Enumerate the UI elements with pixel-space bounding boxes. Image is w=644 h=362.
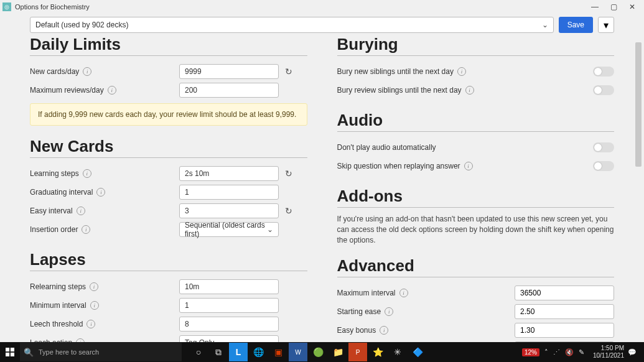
search-placeholder: Type here to search: [39, 348, 99, 356]
insertion-order-label: Insertion order: [30, 225, 78, 234]
system-tray: 12% ˄ ⋰ 🔇 ✎: [517, 348, 589, 356]
addons-heading: Add-ons: [337, 187, 615, 208]
more-button[interactable]: ▾: [598, 17, 614, 33]
taskbar-apps: ○ ⧉ L 🌐 ▣ W 🟢 📁 P ⭐ ✳ 🔷: [189, 343, 427, 361]
battery-text: 12%: [525, 349, 537, 356]
anki-icon[interactable]: ⭐: [368, 343, 387, 361]
volume-icon[interactable]: 🔇: [565, 348, 574, 356]
info-icon[interactable]: i: [83, 169, 91, 178]
taskbar-clock[interactable]: 1:50 PM 10/11/2021: [589, 345, 628, 360]
chevron-down-icon: ⌄: [542, 21, 548, 29]
skip-q-toggle[interactable]: [593, 161, 614, 171]
word-icon[interactable]: W: [289, 343, 307, 361]
max-reviews-input[interactable]: [179, 83, 279, 98]
cortana-icon[interactable]: ○: [189, 343, 208, 361]
easy-bonus-label: Easy bonus: [337, 326, 376, 335]
info-icon[interactable]: i: [108, 86, 116, 95]
dont-play-label: Don't play audio automatically: [337, 143, 436, 152]
app-icon: ◎: [2, 2, 11, 11]
info-icon[interactable]: i: [86, 320, 95, 328]
min-interval-label: Minimum interval: [30, 301, 86, 310]
burying-heading: Burying: [337, 36, 615, 56]
svg-rect-0: [6, 348, 9, 351]
edge-icon[interactable]: 🌐: [249, 343, 268, 361]
easy-bonus-input[interactable]: [515, 323, 614, 338]
reset-icon[interactable]: ↻: [282, 167, 295, 180]
info-icon[interactable]: i: [90, 301, 99, 310]
app-misc-icon[interactable]: 🔷: [408, 343, 427, 361]
easy-interval-input[interactable]: [179, 203, 279, 218]
new-cards-heading: New Cards: [30, 137, 307, 158]
reset-icon[interactable]: ↻: [282, 65, 295, 78]
info-icon[interactable]: i: [380, 326, 388, 335]
windows-icon: [6, 348, 14, 356]
audio-heading: Audio: [337, 111, 615, 132]
graduating-label: Graduating interval: [30, 188, 93, 197]
graduating-input[interactable]: [179, 185, 279, 200]
taskbar: 🔍 Type here to search ○ ⧉ L 🌐 ▣ W 🟢 📁 P …: [0, 342, 644, 362]
preset-select-label: Default (used by 902 decks): [35, 21, 128, 29]
svg-rect-1: [11, 348, 14, 351]
pen-icon[interactable]: ✎: [579, 348, 584, 356]
info-icon[interactable]: i: [96, 188, 105, 197]
taskbar-search[interactable]: 🔍 Type here to search: [20, 343, 182, 361]
new-cards-input[interactable]: [179, 64, 279, 79]
app-star-icon[interactable]: ✳: [388, 343, 407, 361]
min-interval-input[interactable]: [179, 298, 279, 313]
bury-review-label: Bury review siblings until the next day: [337, 86, 462, 95]
leech-thresh-label: Leech threshold: [30, 320, 83, 328]
info-icon[interactable]: i: [385, 307, 393, 316]
info-icon[interactable]: i: [464, 162, 473, 170]
chevron-down-icon: ⌄: [267, 225, 273, 234]
app-l-icon[interactable]: L: [229, 343, 248, 361]
info-icon[interactable]: i: [457, 67, 466, 76]
new-cards-label: New cards/day: [30, 67, 79, 76]
preset-select[interactable]: Default (used by 902 decks) ⌄: [30, 17, 554, 33]
relearning-input[interactable]: [179, 279, 279, 294]
explorer-icon[interactable]: 📁: [329, 343, 347, 361]
reset-icon[interactable]: ↻: [282, 205, 295, 217]
bury-new-toggle[interactable]: [593, 67, 614, 77]
new-cards-row: New cards/dayi ↻: [30, 62, 307, 81]
minimize-button[interactable]: —: [586, 1, 604, 13]
tray-chevron-icon[interactable]: ˄: [544, 348, 548, 356]
bury-review-toggle[interactable]: [593, 85, 614, 95]
task-view-icon[interactable]: ⧉: [209, 343, 228, 361]
info-icon[interactable]: i: [399, 289, 408, 297]
advanced-heading: Advanced: [337, 256, 615, 277]
starting-ease-input[interactable]: [515, 304, 614, 319]
starting-ease-label: Starting ease: [337, 307, 381, 316]
toolbar: Default (used by 902 decks) ⌄ Save ▾: [0, 14, 644, 36]
info-icon[interactable]: i: [90, 282, 98, 291]
scrollbar[interactable]: [634, 37, 643, 341]
info-icon[interactable]: i: [465, 86, 474, 95]
addons-note: If you're using an add-on that hasn't be…: [337, 214, 615, 245]
right-column: Burying Bury new siblings until the next…: [337, 36, 615, 342]
max-interval-input[interactable]: [515, 285, 614, 300]
close-button[interactable]: ✕: [623, 1, 642, 13]
info-icon[interactable]: i: [82, 225, 90, 234]
insertion-order-select[interactable]: Sequential (oldest cards first)⌄: [179, 222, 279, 237]
learning-steps-input[interactable]: [179, 166, 279, 181]
office-icon[interactable]: ▣: [269, 343, 287, 361]
leech-action-select[interactable]: Tag Only⌄: [179, 335, 279, 342]
leech-thresh-input[interactable]: [179, 317, 279, 332]
search-icon: 🔍: [24, 348, 34, 357]
clock-date: 10/11/2021: [593, 352, 624, 360]
window-title: Options for Biochemistry: [15, 3, 90, 11]
dont-play-toggle[interactable]: [593, 142, 614, 152]
notifications-icon[interactable]: 💬: [628, 348, 644, 356]
info-icon[interactable]: i: [77, 207, 85, 215]
save-button[interactable]: Save: [559, 17, 593, 33]
powerpoint-icon[interactable]: P: [348, 343, 367, 361]
max-interval-label: Maximum interval: [337, 289, 396, 297]
wifi-icon[interactable]: ⋰: [553, 348, 560, 356]
scrollbar-thumb[interactable]: [635, 42, 642, 167]
info-icon[interactable]: i: [83, 67, 91, 76]
chrome-icon[interactable]: 🟢: [309, 343, 327, 361]
maximize-button[interactable]: ▢: [604, 1, 623, 13]
daily-limits-heading: Daily Limits: [30, 36, 307, 56]
start-button[interactable]: [0, 342, 20, 362]
max-reviews-row: Maximum reviews/dayi: [30, 81, 307, 100]
battery-icon[interactable]: 12%: [522, 348, 539, 356]
